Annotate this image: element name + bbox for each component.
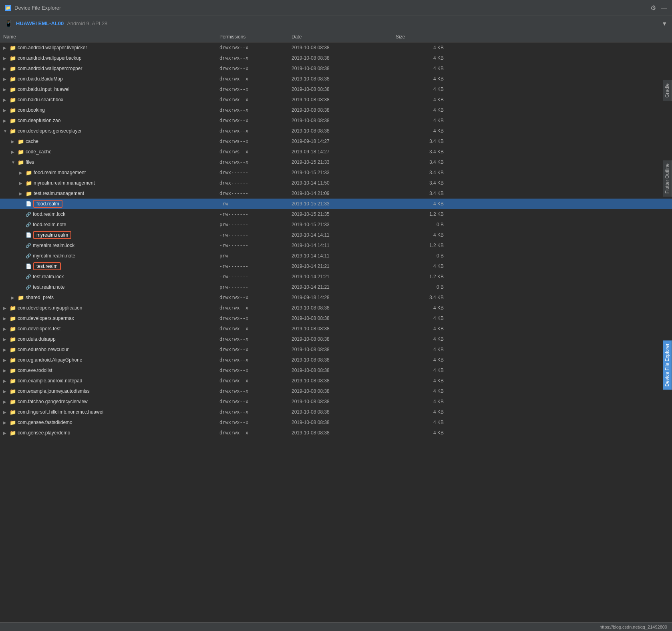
date-cell: 2019-10-14 14:11: [292, 243, 396, 248]
permissions-cell: drwxrwx--x: [219, 128, 292, 134]
flutter-outline-tab[interactable]: Flutter Outline: [663, 160, 672, 197]
list-item[interactable]: ▶📁com.baidu.BaiduMapdrwxrwx--x2019-10-08…: [0, 74, 672, 84]
list-item[interactable]: 🔗myrealm.realm.noteprw-------2019-10-14 …: [0, 251, 672, 261]
list-item[interactable]: ▶📁com.developers.testdrwxrwx--x2019-10-0…: [0, 324, 672, 334]
permissions-cell: drwxrwx--x: [219, 295, 292, 300]
list-item[interactable]: 📄myrealm.realm-rw-------2019-10-14 14:11…: [0, 230, 672, 240]
list-item[interactable]: ▶📁food.realm.managementdrwx------2019-10…: [0, 167, 672, 178]
expand-arrow-right[interactable]: ▶: [3, 379, 8, 383]
list-item[interactable]: 🔗food.realm.lock-rw-------2019-10-15 21:…: [0, 209, 672, 219]
list-item[interactable]: ▶📁com.developers.supermaxdrwxrwx--x2019-…: [0, 313, 672, 324]
file-name-cell: ▶📁com.eve.todolist: [3, 368, 219, 374]
expand-arrow-right[interactable]: ▶: [3, 337, 8, 342]
expand-arrow-right[interactable]: ▶: [19, 171, 24, 175]
list-item[interactable]: ▶📁com.duia.duiaappdrwxrwx--x2019-10-08 0…: [0, 334, 672, 344]
expand-arrow-right[interactable]: ▶: [3, 77, 8, 81]
expand-arrow-down[interactable]: ▼: [11, 160, 16, 165]
expand-arrow-right[interactable]: ▶: [11, 150, 16, 154]
list-item[interactable]: 🔗test.realm.lock-rw-------2019-10-14 21:…: [0, 271, 672, 282]
file-name: com.fingersoft.hillclimb.noncmcc.huawei: [18, 409, 103, 415]
file-name: com.baidu.searchbox: [18, 97, 63, 102]
date-cell: 2019-10-14 21:21: [292, 284, 396, 290]
expand-arrow-right[interactable]: ▶: [11, 295, 16, 300]
list-item[interactable]: ▼📁com.developers.genseeplayerdrwxrwx--x2…: [0, 126, 672, 136]
list-item[interactable]: ▶📁com.fingersoft.hillclimb.noncmcc.huawe…: [0, 407, 672, 417]
list-item[interactable]: ▶📁com.android.wallpaper.livepickerdrwxrw…: [0, 42, 672, 53]
file-icon: 🔗: [26, 274, 31, 279]
date-cell: 2019-10-08 08:38: [292, 316, 396, 321]
device-file-explorer-tab[interactable]: Device File Explorer: [663, 340, 672, 390]
list-item[interactable]: 📄test.realm-rw-------2019-10-14 21:214 K…: [0, 261, 672, 271]
expand-arrow-right[interactable]: ▶: [3, 348, 8, 352]
list-item[interactable]: ▶📁test.realm.managementdrwx------2019-10…: [0, 188, 672, 199]
list-item[interactable]: 🔗food.realm.noteprw-------2019-10-15 21:…: [0, 219, 672, 230]
expand-arrow-right[interactable]: ▶: [3, 46, 8, 50]
file-name: cache: [26, 139, 38, 144]
file-name: myrealm.realm: [33, 231, 71, 239]
device-icon: 📱: [5, 20, 13, 27]
date-cell: 2019-10-08 08:38: [292, 326, 396, 332]
date-cell: 2019-10-08 08:38: [292, 420, 396, 425]
list-item[interactable]: ▶📁com.deepfusion.zaodrwxrwx--x2019-10-08…: [0, 115, 672, 126]
list-item[interactable]: ▶📁myrealm.realm.managementdrwx------2019…: [0, 178, 672, 188]
expand-arrow-right[interactable]: ▶: [3, 306, 8, 310]
file-name-cell: ▶📁com.developers.supermax: [3, 316, 219, 322]
list-item[interactable]: ▶📁com.eg.android.AlipayGphonedrwxrwx--x2…: [0, 355, 672, 365]
expand-arrow-right[interactable]: ▶: [3, 87, 8, 92]
expand-arrow-right[interactable]: ▶: [3, 358, 8, 362]
file-name-cell: ▶📁com.example.android.notepad: [3, 378, 219, 384]
file-name: com.eg.android.AlipayGphone: [18, 357, 82, 363]
list-item[interactable]: ▼📁filesdrwxrwx--x2019-10-15 21:333.4 KB: [0, 157, 672, 167]
date-cell: 2019-10-08 08:38: [292, 399, 396, 404]
size-cell: 4 KB: [396, 326, 444, 332]
expand-arrow-right[interactable]: ▶: [3, 108, 8, 113]
size-cell: 4 KB: [396, 378, 444, 384]
expand-arrow-right[interactable]: ▶: [3, 420, 8, 425]
expand-arrow-right[interactable]: ▶: [3, 400, 8, 404]
list-item[interactable]: ▶📁com.android.wallpaperbackupdrwxrwx--x2…: [0, 53, 672, 63]
list-item[interactable]: ▶📁com.eve.todolistdrwxrwx--x2019-10-08 0…: [0, 365, 672, 376]
list-item[interactable]: ▶📁com.gensee.playerdemodrwxrwx--x2019-10…: [0, 428, 672, 438]
list-item[interactable]: ▶📁com.gensee.fastsdkdemodrwxrwx--x2019-1…: [0, 417, 672, 428]
list-item[interactable]: ▶📁com.baidu.input_huaweidrwxrwx--x2019-1…: [0, 84, 672, 94]
settings-button[interactable]: ⚙: [650, 4, 656, 12]
list-item[interactable]: ▶📁com.example.journey.autodismissdrwxrwx…: [0, 386, 672, 396]
expand-arrow-right[interactable]: ▶: [3, 119, 8, 123]
list-item[interactable]: ▶📁com.edusoho.newcuourdrwxrwx--x2019-10-…: [0, 344, 672, 355]
expand-arrow-right[interactable]: ▶: [3, 316, 8, 321]
list-item[interactable]: 📄food.realm-rw-------2019-10-15 21:334 K…: [0, 199, 672, 209]
expand-arrow-right[interactable]: ▶: [3, 66, 8, 71]
expand-arrow-right[interactable]: ▶: [3, 98, 8, 102]
list-item[interactable]: ▶📁com.android.wallpapercropperdrwxrwx--x…: [0, 63, 672, 74]
list-item[interactable]: ▶📁com.developers.myapplicationdrwxrwx--x…: [0, 303, 672, 313]
minimize-button[interactable]: —: [661, 4, 667, 12]
list-item[interactable]: ▶📁cachedrwxrws--x2019-09-18 14:273.4 KB: [0, 136, 672, 147]
device-dropdown-arrow[interactable]: ▼: [662, 20, 667, 27]
expand-arrow-right[interactable]: ▶: [3, 431, 8, 435]
expand-arrow-right[interactable]: ▶: [3, 389, 8, 394]
expand-arrow-right[interactable]: ▶: [3, 368, 8, 373]
file-icon: 🔗: [26, 285, 31, 290]
expand-arrow-right[interactable]: ▶: [3, 56, 8, 60]
expand-arrow-right[interactable]: ▶: [3, 410, 8, 414]
list-item[interactable]: ▶📁com.baidu.searchboxdrwxrwx--x2019-10-0…: [0, 94, 672, 105]
expand-arrow-down[interactable]: ▼: [3, 129, 8, 133]
list-item[interactable]: ▶📁com.example.android.notepaddrwxrwx--x2…: [0, 376, 672, 386]
expand-arrow-right[interactable]: ▶: [19, 191, 24, 196]
list-item[interactable]: 🔗test.realm.noteprw-------2019-10-14 21:…: [0, 282, 672, 292]
list-item[interactable]: 🔗myrealm.realm.lock-rw-------2019-10-14 …: [0, 240, 672, 251]
file-name-cell: ▶📁com.android.wallpaperbackup: [3, 55, 219, 61]
permissions-cell: drwxrwx--x: [219, 97, 292, 102]
expand-arrow-right[interactable]: ▶: [19, 181, 24, 185]
file-name-cell: ▶📁com.baidu.BaiduMap: [3, 76, 219, 82]
file-name-cell: 📄test.realm: [3, 262, 219, 270]
expand-arrow-right[interactable]: ▶: [11, 139, 16, 144]
list-item[interactable]: ▶📁com.fatchao.gangedrecyclerviewdrwxrwx-…: [0, 396, 672, 407]
size-cell: 4 KB: [396, 97, 444, 102]
list-item[interactable]: ▶📁shared_prefsdrwxrwx--x2019-09-18 14:28…: [0, 292, 672, 303]
date-cell: 2019-10-15 21:33: [292, 159, 396, 165]
expand-arrow-right[interactable]: ▶: [3, 327, 8, 331]
list-item[interactable]: ▶📁com.bookingdrwxrwx--x2019-10-08 08:384…: [0, 105, 672, 115]
list-item[interactable]: ▶📁code_cachedrwxrws--x2019-09-18 14:273.…: [0, 147, 672, 157]
gradle-tab[interactable]: Gradle: [663, 80, 672, 101]
